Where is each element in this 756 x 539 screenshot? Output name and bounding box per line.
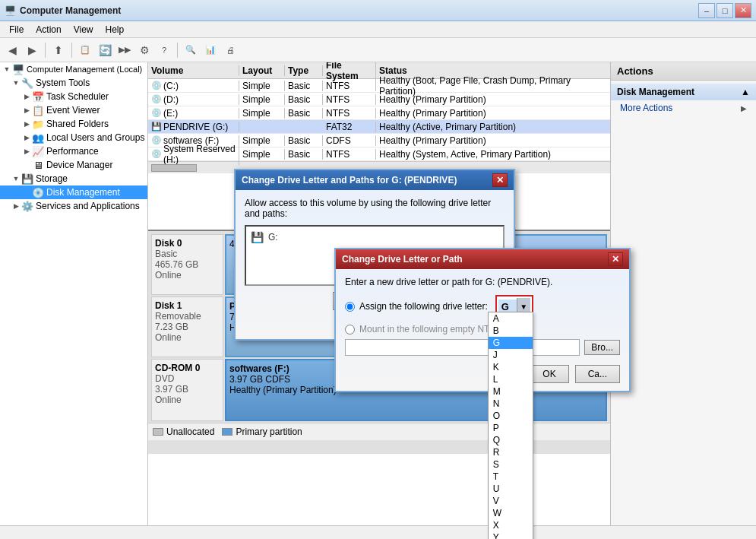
disk-management-icon: 💿 <box>32 186 44 198</box>
dropdown-option-t[interactable]: T <box>489 471 533 483</box>
sidebar-item-label: Device Manager <box>46 160 112 170</box>
toolbar-separator-2 <box>71 43 72 58</box>
sidebar-item-label: Disk Management <box>46 187 120 198</box>
dropdown-option-u[interactable]: U <box>489 483 533 495</box>
disk-0-type: Basic <box>155 249 220 259</box>
menu-help[interactable]: Help <box>100 23 131 36</box>
sidebar-item-computer-management[interactable]: ▼ 🖥️ Computer Management (Local) <box>0 62 147 76</box>
dropdown-option-r[interactable]: R <box>489 446 533 458</box>
radio-assign-input[interactable] <box>345 302 355 312</box>
dropdown-option-j[interactable]: J <box>489 349 533 361</box>
expand-arrow: ▶ <box>11 202 21 210</box>
sidebar-item-services-applications[interactable]: ▶ ⚙️ Services and Applications <box>0 199 147 213</box>
maximize-button[interactable]: □ <box>716 3 733 18</box>
sidebar-item-performance[interactable]: ▶ 📈 Performance <box>0 144 147 158</box>
dropdown-option-n[interactable]: N <box>489 398 533 410</box>
scrollbar-thumb[interactable] <box>151 164 197 172</box>
dialog1-drive-entry[interactable]: 💾 G: <box>249 230 500 245</box>
sidebar-item-local-users[interactable]: ▶ 👥 Local Users and Groups <box>0 131 147 144</box>
cell-type: Basic <box>285 81 323 91</box>
actions-more-arrow: ▶ <box>741 104 747 113</box>
up-button[interactable]: ⬆ <box>49 41 68 59</box>
dialog2-cancel-button[interactable]: Ca... <box>575 365 620 383</box>
system-tools-icon: 🔧 <box>21 77 33 89</box>
minimize-button[interactable]: – <box>698 3 715 18</box>
cell-type: Basic <box>285 94 323 105</box>
dropdown-option-o[interactable]: O <box>489 410 533 422</box>
properties-button[interactable]: ⚙ <box>135 41 153 59</box>
browse-button[interactable]: Bro... <box>584 340 620 355</box>
table-row[interactable]: 💿 (D:) Simple Basic NTFS Healthy (Primar… <box>148 93 610 106</box>
dropdown-option-q[interactable]: Q <box>489 434 533 446</box>
col-header-status: Status <box>376 65 610 76</box>
dialog2-titlebar: Change Drive Letter or Path ✕ <box>336 249 629 269</box>
menu-action[interactable]: Action <box>30 23 67 36</box>
dropdown-option-l[interactable]: L <box>489 373 533 385</box>
dropdown-list: A B G J K L M N O P Q R S T U V W <box>488 312 533 539</box>
refresh-button[interactable]: 🔄 <box>96 41 114 59</box>
dialog2-close-button[interactable]: ✕ <box>608 252 623 266</box>
actions-section-title-disk-management[interactable]: Disk Management ▲ <box>611 84 756 100</box>
table-row[interactable]: 💿 (E:) Simple Basic NTFS Healthy (Primar… <box>148 106 610 120</box>
sidebar-item-shared-folders[interactable]: ▶ 📁 Shared Folders <box>0 117 147 131</box>
cell-fs: FAT32 <box>323 122 376 132</box>
cell-status: Healthy (Primary Partition) <box>376 135 610 146</box>
menu-file[interactable]: File <box>3 23 30 36</box>
device-manager-icon: 🖥 <box>32 159 44 171</box>
toolbar-btn-extra3[interactable]: 🖨 <box>221 41 239 59</box>
forward-button[interactable]: ▶ <box>23 41 41 59</box>
sidebar-item-storage[interactable]: ▼ 💾 Storage <box>0 172 147 185</box>
sidebar-item-disk-management[interactable]: 💿 Disk Management <box>0 185 147 199</box>
sidebar-item-event-viewer[interactable]: ▶ 📋 Event Viewer <box>0 103 147 117</box>
table-row[interactable]: 💿 System Reserved (H:) Simple Basic NTFS… <box>148 147 610 161</box>
sidebar-item-system-tools[interactable]: ▼ 🔧 System Tools <box>0 76 147 90</box>
cell-type: Basic <box>285 149 323 160</box>
expand-arrow: ▼ <box>11 175 21 182</box>
help-button[interactable]: ? <box>155 41 173 59</box>
dropdown-option-x[interactable]: X <box>489 519 533 531</box>
sidebar-item-device-manager[interactable]: 🖥 Device Manager <box>0 158 147 172</box>
cell-volume: 💿 System Reserved (H:) <box>148 144 239 165</box>
dropdown-option-g[interactable]: G <box>489 337 533 349</box>
dialog2-ok-button[interactable]: OK <box>530 365 568 383</box>
expand-arrow: ▼ <box>11 79 21 87</box>
table-row[interactable]: 💿 (C:) Simple Basic NTFS Healthy (Boot, … <box>148 79 610 93</box>
cell-status: Healthy (Primary Partition) <box>376 94 610 105</box>
back-button[interactable]: ◀ <box>3 41 21 59</box>
drive-icon: 💾 <box>251 231 264 243</box>
dropdown-option-p[interactable]: P <box>489 422 533 434</box>
toolbar-btn-extra1[interactable]: 🔍 <box>182 41 200 59</box>
dropdown-option-b[interactable]: B <box>489 325 533 337</box>
storage-icon: 💾 <box>21 173 33 185</box>
legend: Unallocated Primary partition <box>148 423 610 440</box>
sidebar-item-label: Shared Folders <box>46 119 109 129</box>
disk-1-status: Online <box>155 332 220 343</box>
cell-fs: NTFS <box>323 94 376 105</box>
dropdown-option-w[interactable]: W <box>489 507 533 519</box>
export-button[interactable]: ▶▶ <box>115 41 134 59</box>
dropdown-option-k[interactable]: K <box>489 361 533 373</box>
folder-path-input[interactable] <box>345 339 580 356</box>
radio-mount-input[interactable] <box>345 325 355 334</box>
dropdown-option-a[interactable]: A <box>489 312 533 325</box>
dropdown-option-v[interactable]: V <box>489 495 533 507</box>
actions-more-actions[interactable]: More Actions ▶ <box>611 100 756 116</box>
table-row[interactable]: 💾 PENDRIVE (G:) FAT32 Healthy (Active, P… <box>148 120 610 134</box>
toolbar-btn-extra2[interactable]: 📊 <box>201 41 220 59</box>
sidebar-item-task-scheduler[interactable]: ▶ 📅 Task Scheduler <box>0 90 147 103</box>
dropdown-option-s[interactable]: S <box>489 458 533 471</box>
dialog1-close-button[interactable]: ✕ <box>492 173 508 187</box>
disk-0-status: Online <box>155 270 220 281</box>
actions-section: Disk Management ▲ More Actions ▶ <box>611 81 756 119</box>
cell-type: Basic <box>285 108 323 119</box>
dropdown-option-m[interactable]: M <box>489 385 533 398</box>
local-users-icon: 👥 <box>32 132 44 144</box>
folder-input-row: Bro... <box>345 339 620 356</box>
show-hide-button[interactable]: 📋 <box>76 41 94 59</box>
dialog2-buttons: OK Ca... <box>345 365 620 383</box>
close-button[interactable]: ✕ <box>735 3 751 18</box>
dropdown-option-y[interactable]: Y <box>489 531 533 539</box>
expand-arrow: ▼ <box>2 65 12 73</box>
actions-section-label: Disk Management <box>617 87 694 97</box>
menu-view[interactable]: View <box>68 23 100 36</box>
